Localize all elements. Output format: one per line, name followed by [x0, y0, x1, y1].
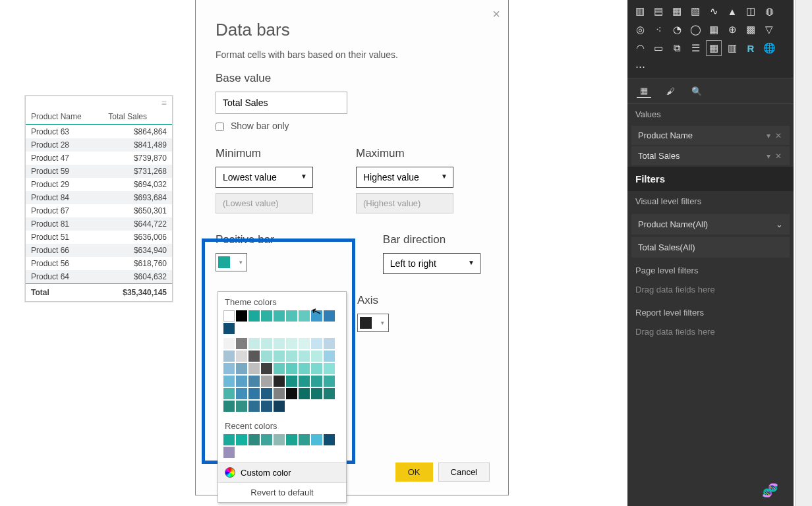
slicer-icon[interactable]: ☰	[688, 41, 703, 55]
collapsed-fields-rail[interactable]	[795, 0, 812, 506]
color-swatch[interactable]	[299, 434, 310, 445]
bar-direction-select[interactable]: Left to right	[383, 253, 480, 274]
color-swatch[interactable]	[223, 363, 235, 374]
clustered-bar-icon[interactable]: ▤	[651, 4, 666, 18]
color-swatch[interactable]	[261, 310, 272, 322]
revert-to-default-button[interactable]: Revert to default	[218, 482, 346, 502]
ok-button[interactable]: OK	[395, 463, 433, 482]
report-filters-drop-hint[interactable]: Drag data fields here	[627, 323, 794, 345]
color-swatch[interactable]	[261, 434, 272, 445]
line-chart-icon[interactable]: ∿	[707, 4, 721, 18]
card-icon[interactable]: ▭	[651, 41, 666, 55]
color-swatch[interactable]	[286, 376, 297, 387]
color-swatch[interactable]	[248, 338, 260, 349]
gauge-icon[interactable]: ◠	[633, 41, 647, 55]
color-swatch[interactable]	[236, 363, 247, 374]
table-row[interactable]: Product 81$644,722	[26, 217, 172, 231]
table-row[interactable]: Product 29$694,032	[26, 178, 172, 191]
color-swatch[interactable]	[223, 376, 235, 387]
color-swatch[interactable]	[223, 351, 235, 362]
color-swatch[interactable]	[299, 363, 310, 374]
page-filters-drop-hint[interactable]: Drag data fields here	[627, 281, 794, 302]
color-swatch[interactable]	[248, 376, 260, 387]
color-swatch[interactable]	[286, 363, 297, 374]
maximum-select[interactable]: Highest value	[356, 167, 453, 188]
cancel-button[interactable]: Cancel	[438, 463, 490, 482]
field-well-total-sales[interactable]: Total Sales▾ ✕	[631, 146, 790, 165]
color-swatch[interactable]	[286, 338, 297, 349]
fields-tab-icon[interactable]: ▦	[637, 84, 651, 98]
color-swatch[interactable]	[236, 338, 247, 349]
color-swatch[interactable]	[223, 338, 235, 349]
donut-icon[interactable]: ◯	[688, 22, 703, 37]
color-swatch[interactable]	[223, 447, 235, 458]
table-row[interactable]: Product 84$693,684	[26, 191, 172, 204]
color-swatch[interactable]	[299, 388, 310, 399]
color-swatch[interactable]	[236, 310, 247, 322]
minimum-value-input[interactable]: (Lowest value)	[216, 193, 313, 213]
scatter-icon[interactable]: ⁖	[651, 22, 666, 37]
drag-grip-icon[interactable]: ≡	[26, 96, 172, 109]
color-swatch[interactable]	[261, 388, 272, 399]
waterfall-icon[interactable]: ◫	[743, 4, 758, 18]
axis-color-picker[interactable]: ▾	[357, 314, 389, 332]
color-swatch[interactable]	[324, 338, 335, 349]
custom-color-button[interactable]: Custom color	[218, 462, 346, 482]
color-swatch[interactable]	[274, 310, 285, 322]
color-swatch[interactable]	[248, 388, 260, 399]
chevron-down-icon[interactable]: ⌄	[776, 219, 783, 229]
table-row[interactable]: Product 64$604,632	[26, 270, 172, 284]
positive-bar-color-picker[interactable]: ▾	[216, 253, 247, 271]
color-swatch[interactable]	[274, 376, 285, 387]
color-swatch[interactable]	[324, 434, 335, 445]
color-swatch[interactable]	[261, 351, 272, 362]
format-tab-icon[interactable]: 🖌	[663, 84, 678, 98]
color-swatch[interactable]	[223, 434, 235, 445]
treemap-icon[interactable]: ▦	[707, 22, 721, 37]
visual-filter-product-name[interactable]: Product Name(All)⌄	[631, 214, 790, 235]
color-swatch[interactable]	[248, 310, 260, 322]
color-swatch[interactable]	[286, 388, 297, 399]
color-swatch[interactable]	[311, 434, 322, 445]
globe-icon[interactable]: 🌐	[762, 41, 776, 55]
color-swatch[interactable]	[223, 388, 235, 399]
table-row[interactable]: Product 67$650,301	[26, 204, 172, 217]
color-swatch[interactable]	[311, 388, 322, 399]
color-swatch[interactable]	[274, 434, 285, 445]
analytics-tab-icon[interactable]: 🔍	[689, 84, 704, 98]
field-menu-icon[interactable]: ▾ ✕	[767, 131, 783, 140]
color-swatch[interactable]	[274, 338, 285, 349]
ribbon-icon[interactable]: ◎	[633, 22, 647, 37]
color-swatch[interactable]	[299, 338, 310, 349]
col-header-sales[interactable]: Total Sales	[103, 109, 172, 125]
color-swatch[interactable]	[236, 401, 247, 412]
color-swatch[interactable]	[324, 310, 335, 322]
color-swatch[interactable]	[311, 376, 322, 387]
color-swatch[interactable]	[223, 401, 235, 412]
visual-filter-total-sales[interactable]: Total Sales(All)	[631, 237, 790, 258]
color-swatch[interactable]	[236, 434, 247, 445]
color-swatch[interactable]	[274, 351, 285, 362]
color-swatch[interactable]	[261, 401, 272, 412]
table-row[interactable]: Product 59$731,268	[26, 165, 172, 178]
stacked-bar-icon[interactable]: ▥	[633, 4, 647, 18]
color-swatch[interactable]	[223, 310, 235, 322]
r-visual-icon[interactable]: R	[743, 41, 758, 55]
map-icon[interactable]: ⊕	[725, 22, 740, 37]
maximum-value-input[interactable]: (Highest value)	[356, 193, 453, 213]
color-swatch[interactable]	[311, 363, 322, 374]
kpi-icon[interactable]: ⧉	[670, 41, 684, 55]
color-swatch[interactable]	[261, 376, 272, 387]
color-swatch[interactable]	[324, 363, 335, 374]
color-swatch[interactable]	[248, 401, 260, 412]
area-chart-icon[interactable]: ▲	[725, 4, 740, 18]
color-swatch[interactable]	[286, 434, 297, 445]
color-swatch[interactable]	[274, 388, 285, 399]
color-swatch[interactable]	[324, 388, 335, 399]
show-bar-only-checkbox[interactable]	[216, 123, 224, 131]
color-swatch[interactable]	[248, 434, 260, 445]
table-row[interactable]: Product 47$739,870	[26, 152, 172, 165]
table-visual[interactable]: ≡ Product Name Total Sales Product 63$86…	[25, 96, 173, 302]
color-swatch[interactable]	[236, 351, 247, 362]
pie-icon[interactable]: ◔	[670, 22, 684, 37]
